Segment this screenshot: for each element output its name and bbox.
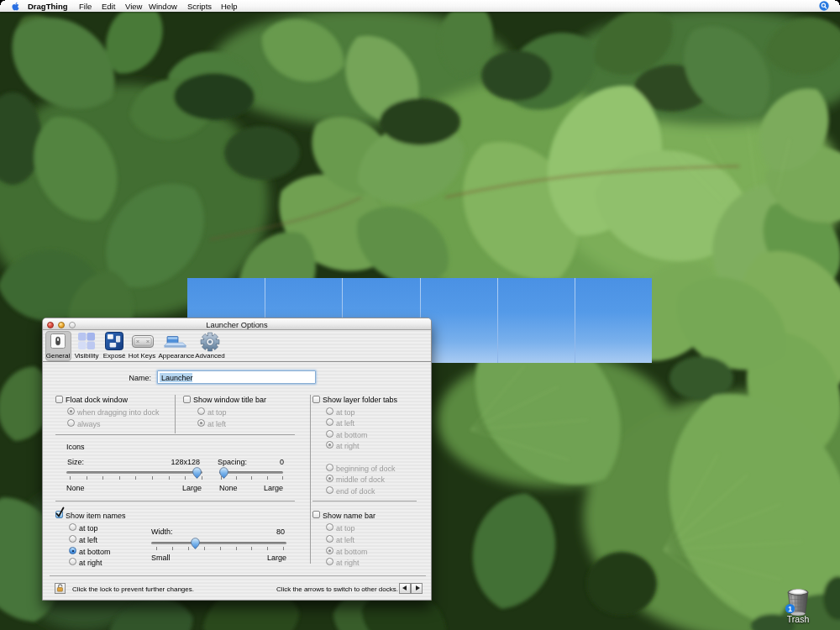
- svg-text:1: 1: [788, 605, 792, 613]
